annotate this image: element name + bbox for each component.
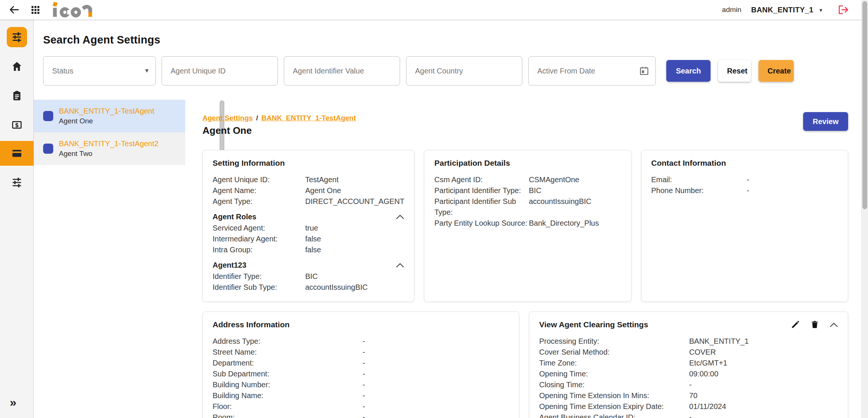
detail-row: Time Zone: Etc/GMT+1 bbox=[539, 358, 838, 369]
page-scrollbar-thumb[interactable] bbox=[862, 1, 867, 209]
agent-id-link[interactable]: BANK_ENTITY_1-TestAgent2 bbox=[59, 139, 159, 148]
detail-row: Street Name: - bbox=[213, 347, 509, 358]
detail-row: Department: - bbox=[213, 358, 509, 369]
row-label: Identifier Sub Type: bbox=[213, 282, 305, 293]
breadcrumb-agent-settings[interactable]: Agent Settings bbox=[202, 114, 253, 122]
main-row: BANK_ENTITY_1-TestAgent Agent One BANK_E… bbox=[34, 100, 861, 405]
detail-row: Sub Department: - bbox=[213, 369, 509, 379]
filter-bar: ▾ Searc bbox=[43, 56, 852, 85]
calendar-icon[interactable] bbox=[639, 66, 649, 78]
list-item[interactable]: BANK_ENTITY_1-TestAgent2 Agent Two bbox=[34, 132, 185, 165]
create-button[interactable]: Create bbox=[759, 60, 794, 82]
logout-icon[interactable] bbox=[837, 4, 849, 15]
detail-row: Intermediary Agent: false bbox=[213, 234, 404, 244]
sidebar-item-tasks[interactable] bbox=[0, 83, 34, 108]
sidebar-item-settings[interactable] bbox=[0, 170, 34, 195]
active-from-date-field[interactable] bbox=[528, 56, 656, 85]
chevron-up-icon[interactable] bbox=[396, 263, 404, 268]
chevron-down-icon[interactable]: ▾ bbox=[819, 7, 822, 13]
row-label: Email: bbox=[651, 174, 747, 185]
page-scrollbar[interactable] bbox=[861, 0, 868, 418]
row-value: TestAgent bbox=[305, 174, 404, 185]
card-rows: Email: - Phone Number: - bbox=[651, 174, 838, 196]
agent-unique-id-field[interactable] bbox=[162, 56, 278, 85]
back-arrow-icon[interactable] bbox=[9, 4, 19, 15]
agent-bullet-icon bbox=[43, 111, 53, 121]
row-label: Agent Type: bbox=[213, 196, 305, 207]
row-label: Street Name: bbox=[213, 347, 363, 358]
detail-row: Opening Time Extension In Mins: 70 bbox=[539, 390, 838, 401]
agent-unique-id-input[interactable] bbox=[162, 67, 277, 75]
row-value: Agent One bbox=[305, 185, 404, 196]
row-label: Agent Name: bbox=[213, 185, 305, 196]
row-value: - bbox=[363, 401, 509, 412]
card-head: View Agent Clearing Settings bbox=[539, 320, 838, 329]
detail-row: Floor: - bbox=[213, 401, 509, 412]
chevron-up-icon[interactable] bbox=[830, 322, 838, 327]
sidebar-expand-icon[interactable]: » bbox=[10, 396, 16, 408]
detail-row: Agent Name: Agent One bbox=[213, 185, 404, 196]
row-label: Floor: bbox=[213, 401, 363, 412]
breadcrumb-current[interactable]: BANK_ENTITY_1-TestAgent bbox=[261, 114, 356, 122]
chevron-up-icon[interactable] bbox=[396, 214, 404, 219]
row-value: COVER bbox=[689, 347, 838, 358]
row-value: accountIssuingBIC bbox=[529, 196, 621, 218]
row-label: Party Entity Lookup Source: bbox=[434, 218, 529, 229]
row-value: - bbox=[747, 174, 838, 185]
detail-row: Participant Identifier Type: BIC bbox=[434, 185, 621, 196]
card-title: Contact Information bbox=[651, 159, 838, 168]
tune-icon bbox=[7, 27, 27, 47]
active-from-date-input[interactable] bbox=[529, 67, 655, 75]
status-select[interactable]: ▾ bbox=[43, 56, 156, 85]
row-label: Participant Identifier Type: bbox=[434, 185, 529, 196]
section-title: Agent123 bbox=[213, 261, 246, 270]
edit-pencil-icon[interactable] bbox=[791, 320, 800, 329]
row-value: 09:00:00 bbox=[689, 369, 838, 379]
agent-roles-section-header: Agent Roles bbox=[213, 213, 404, 221]
detail-row: Phone Number: - bbox=[651, 185, 838, 196]
apps-grid-icon[interactable] bbox=[31, 5, 40, 15]
search-button[interactable]: Search bbox=[666, 60, 711, 82]
address-information-card: Address Information Address Type: - Stre… bbox=[202, 312, 519, 418]
agent-country-input[interactable] bbox=[406, 67, 522, 75]
agent-id-link[interactable]: BANK_ENTITY_1-TestAgent bbox=[59, 107, 154, 115]
detail-row: Address Type: - bbox=[213, 336, 509, 347]
sidebar-item-home[interactable] bbox=[0, 54, 34, 79]
card-rows: Processing Entity: BANK_ENTITY_1 Cover S… bbox=[539, 336, 838, 418]
list-item[interactable]: BANK_ENTITY_1-TestAgent Agent One bbox=[34, 100, 185, 132]
agent-identifier-value-field[interactable] bbox=[284, 56, 400, 85]
sidebar-item-payments[interactable]: $ bbox=[0, 112, 34, 137]
status-input[interactable] bbox=[43, 67, 155, 75]
row-label: Agent Unique ID: bbox=[213, 174, 305, 185]
card-rows: Csm Agent ID: CSMAgentOne Participant Id… bbox=[434, 174, 621, 229]
detail-row: Agent Business Calendar ID: - bbox=[539, 412, 838, 418]
agent-clearing-settings-card: View Agent Clearing Settings bbox=[529, 312, 848, 418]
sidebar-item-accounts[interactable] bbox=[0, 141, 34, 166]
row-value: false bbox=[305, 244, 404, 255]
topbar-right: admin BANK_ENTITY_1 ▾ bbox=[722, 4, 849, 15]
row-value: - bbox=[363, 390, 509, 401]
row-label: Opening Time: bbox=[539, 369, 689, 379]
detail-row: Intra Group: false bbox=[213, 244, 404, 255]
agent-identifier-value-input[interactable] bbox=[284, 67, 400, 75]
icon-logo bbox=[51, 2, 96, 18]
row-value: - bbox=[363, 347, 509, 358]
agent-country-field[interactable] bbox=[406, 56, 522, 85]
home-icon bbox=[7, 56, 27, 76]
sidebar-item-agent-settings[interactable] bbox=[0, 25, 34, 49]
detail-row: Opening Time Extension Expiry Date: 01/1… bbox=[539, 401, 838, 412]
user-role-label: admin bbox=[722, 6, 742, 14]
list-item-text: BANK_ENTITY_1-TestAgent2 Agent Two bbox=[59, 139, 159, 158]
agent-list: BANK_ENTITY_1-TestAgent Agent One BANK_E… bbox=[34, 100, 191, 405]
delete-trash-icon[interactable] bbox=[810, 320, 819, 329]
row-value: Etc/GMT+1 bbox=[689, 358, 838, 369]
review-button[interactable]: Review bbox=[803, 112, 848, 131]
reset-button[interactable]: Reset bbox=[718, 60, 751, 82]
row-value: BANK_ENTITY_1 bbox=[689, 336, 838, 347]
breadcrumb-separator: / bbox=[256, 114, 258, 122]
row-value: BIC bbox=[305, 271, 404, 282]
card-rows: Address Type: - Street Name: - Departmen… bbox=[213, 336, 509, 418]
detail-row: Serviced Agent: true bbox=[213, 223, 404, 234]
entity-selector[interactable]: BANK_ENTITY_1 bbox=[751, 6, 813, 14]
row-value: - bbox=[689, 379, 838, 390]
